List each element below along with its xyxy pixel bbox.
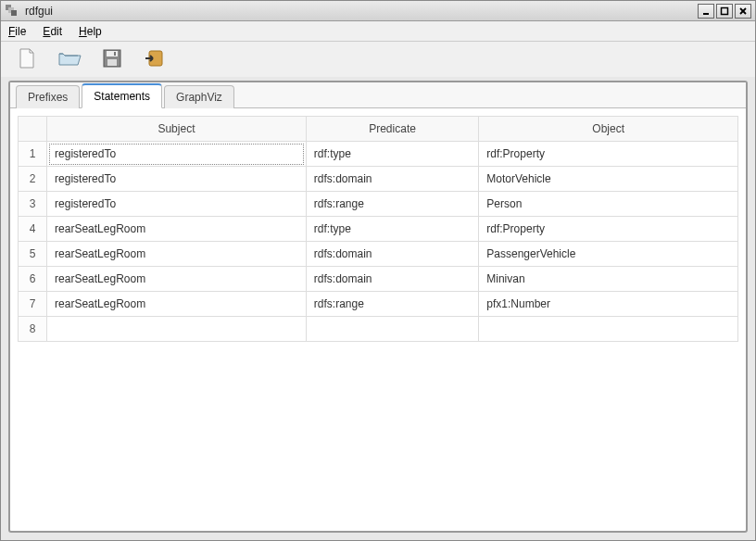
maximize-button[interactable] <box>716 4 733 19</box>
table-row[interactable]: 4 rearSeatLegRoom rdf:type rdf:Property <box>19 217 738 242</box>
cell-object[interactable]: pfx1:Number <box>479 292 738 317</box>
cell-object[interactable]: Person <box>479 192 738 217</box>
cell-predicate[interactable]: rdfs:domain <box>306 167 478 192</box>
row-number: 7 <box>19 292 47 317</box>
table-row[interactable]: 3 registeredTo rdfs:range Person <box>19 192 738 217</box>
row-number: 6 <box>19 267 47 292</box>
cell-subject[interactable]: rearSeatLegRoom <box>47 217 307 242</box>
export-icon <box>144 48 166 71</box>
table-header-row: Subject Predicate Object <box>19 117 738 142</box>
tab-graphviz[interactable]: GraphViz <box>164 85 234 108</box>
window-controls <box>698 4 751 19</box>
cell-subject[interactable]: rearSeatLegRoom <box>47 267 307 292</box>
menu-edit[interactable]: Edit <box>43 25 62 38</box>
row-number: 2 <box>19 167 47 192</box>
tab-label: GraphViz <box>176 91 222 104</box>
svg-rect-9 <box>107 59 117 66</box>
row-number: 8 <box>19 317 47 342</box>
cell-object[interactable]: rdf:Property <box>479 142 738 167</box>
app-icon <box>5 4 19 19</box>
table-container: Subject Predicate Object 1 registeredTo … <box>10 108 746 531</box>
cell-object[interactable]: MotorVehicle <box>479 167 738 192</box>
cell-predicate[interactable]: rdf:type <box>306 217 478 242</box>
titlebar: rdfgui <box>1 1 755 21</box>
table-row[interactable]: 1 registeredTo rdf:type rdf:Property <box>19 142 738 167</box>
save-button[interactable] <box>99 46 125 72</box>
table-row[interactable]: 7 rearSeatLegRoom rdfs:range pfx1:Number <box>19 292 738 317</box>
cell-object[interactable] <box>479 317 738 342</box>
table-row[interactable]: 8 <box>19 317 738 342</box>
cell-predicate[interactable]: rdf:type <box>306 142 478 167</box>
tabbar: Prefixes Statements GraphViz <box>10 82 746 108</box>
table-row[interactable]: 2 registeredTo rdfs:domain MotorVehicle <box>19 167 738 192</box>
row-number-header <box>19 117 47 142</box>
table-row[interactable]: 5 rearSeatLegRoom rdfs:domain PassengerV… <box>19 242 738 267</box>
menubar: File Edit Help <box>1 21 755 42</box>
cell-object[interactable]: Minivan <box>479 267 738 292</box>
tab-label: Statements <box>94 90 150 103</box>
row-number: 5 <box>19 242 47 267</box>
tab-label: Prefixes <box>28 91 68 104</box>
tab-statements[interactable]: Statements <box>82 83 162 108</box>
column-header-subject[interactable]: Subject <box>47 117 307 142</box>
window-title: rdfgui <box>25 5 698 18</box>
content-pane: Prefixes Statements GraphViz <box>8 81 748 533</box>
menu-file[interactable]: File <box>8 25 26 38</box>
column-header-object[interactable]: Object <box>479 117 738 142</box>
cell-object[interactable]: PassengerVehicle <box>479 242 738 267</box>
table-row[interactable]: 6 rearSeatLegRoom rdfs:domain Minivan <box>19 267 738 292</box>
svg-rect-4 <box>722 7 728 14</box>
close-button[interactable] <box>735 4 751 19</box>
cell-predicate[interactable]: rdfs:range <box>306 292 478 317</box>
svg-rect-10 <box>114 52 116 56</box>
cell-predicate[interactable]: rdfs:range <box>306 192 478 217</box>
toolbar <box>1 42 755 77</box>
cell-object[interactable]: rdf:Property <box>479 217 738 242</box>
cell-subject[interactable]: rearSeatLegRoom <box>47 242 307 267</box>
cell-predicate[interactable]: rdfs:domain <box>306 242 478 267</box>
cell-predicate[interactable] <box>306 317 478 342</box>
cell-predicate[interactable]: rdfs:domain <box>306 267 478 292</box>
open-folder-icon <box>57 48 82 71</box>
cell-subject[interactable]: rearSeatLegRoom <box>47 292 307 317</box>
row-number: 1 <box>19 142 47 167</box>
save-disk-icon <box>102 48 122 71</box>
cell-subject[interactable]: registeredTo <box>47 167 307 192</box>
row-number: 3 <box>19 192 47 217</box>
cell-subject[interactable]: registeredTo <box>47 142 307 167</box>
statements-table[interactable]: Subject Predicate Object 1 registeredTo … <box>18 116 738 342</box>
svg-rect-8 <box>107 51 118 57</box>
column-header-predicate[interactable]: Predicate <box>306 117 478 142</box>
export-button[interactable] <box>142 46 168 72</box>
cell-subject[interactable] <box>47 317 307 342</box>
svg-rect-2 <box>11 10 17 16</box>
new-file-button[interactable] <box>14 46 40 72</box>
minimize-button[interactable] <box>698 4 714 19</box>
menu-help[interactable]: Help <box>79 25 102 38</box>
app-window: rdfgui File Edit Help <box>0 0 756 541</box>
new-file-icon <box>17 47 37 72</box>
row-number: 4 <box>19 217 47 242</box>
cell-subject[interactable]: registeredTo <box>47 192 307 217</box>
tab-prefixes[interactable]: Prefixes <box>16 85 80 108</box>
open-file-button[interactable] <box>57 46 82 72</box>
